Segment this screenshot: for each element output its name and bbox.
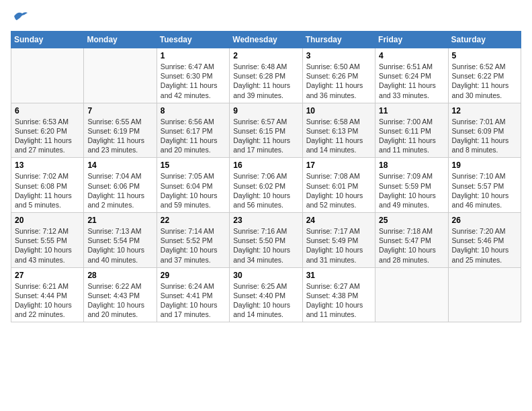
day-info: Sunrise: 6:48 AM Sunset: 6:28 PM Dayligh… — [233, 62, 298, 100]
calendar-cell — [375, 267, 448, 322]
day-info: Sunrise: 7:12 AM Sunset: 5:55 PM Dayligh… — [15, 226, 80, 265]
calendar-cell: 15Sunrise: 7:05 AM Sunset: 6:04 PM Dayli… — [157, 158, 229, 213]
day-number: 3 — [306, 51, 371, 60]
day-info: Sunrise: 7:18 AM Sunset: 5:47 PM Dayligh… — [379, 226, 444, 265]
day-info: Sunrise: 6:47 AM Sunset: 6:30 PM Dayligh… — [161, 62, 226, 100]
day-info: Sunrise: 6:55 AM Sunset: 6:19 PM Dayligh… — [87, 117, 152, 155]
day-number: 1 — [161, 51, 226, 60]
day-number: 5 — [452, 51, 517, 60]
day-number: 17 — [306, 161, 371, 170]
page-header — [11, 11, 521, 24]
calendar-cell: 29Sunrise: 6:24 AM Sunset: 4:41 PM Dayli… — [157, 267, 229, 322]
calendar-cell: 5Sunrise: 6:52 AM Sunset: 6:22 PM Daylig… — [448, 48, 521, 103]
calendar-cell: 17Sunrise: 7:08 AM Sunset: 6:01 PM Dayli… — [302, 158, 375, 213]
calendar-cell: 1Sunrise: 6:47 AM Sunset: 6:30 PM Daylig… — [157, 48, 229, 103]
weekday-saturday: Saturday — [448, 32, 521, 48]
calendar-cell: 23Sunrise: 7:16 AM Sunset: 5:50 PM Dayli… — [230, 213, 302, 268]
calendar-cell: 24Sunrise: 7:17 AM Sunset: 5:49 PM Dayli… — [302, 213, 375, 268]
weekday-thursday: Thursday — [302, 32, 375, 48]
day-info: Sunrise: 6:21 AM Sunset: 4:44 PM Dayligh… — [15, 281, 80, 320]
day-number: 13 — [15, 161, 80, 170]
day-info: Sunrise: 6:52 AM Sunset: 6:22 PM Dayligh… — [452, 62, 517, 100]
day-info: Sunrise: 7:01 AM Sunset: 6:09 PM Dayligh… — [452, 117, 517, 155]
calendar-cell: 18Sunrise: 7:09 AM Sunset: 5:59 PM Dayli… — [375, 158, 448, 213]
day-info: Sunrise: 6:27 AM Sunset: 4:38 PM Dayligh… — [306, 281, 371, 320]
day-number: 22 — [161, 216, 226, 225]
day-info: Sunrise: 7:04 AM Sunset: 6:06 PM Dayligh… — [87, 171, 152, 210]
calendar-cell: 6Sunrise: 6:53 AM Sunset: 6:20 PM Daylig… — [11, 103, 84, 158]
day-number: 4 — [379, 51, 444, 60]
logo — [11, 11, 28, 24]
week-row-3: 13Sunrise: 7:02 AM Sunset: 6:08 PM Dayli… — [11, 158, 521, 213]
weekday-wednesday: Wednesday — [230, 32, 302, 48]
calendar-cell: 31Sunrise: 6:27 AM Sunset: 4:38 PM Dayli… — [302, 267, 375, 322]
calendar-cell: 8Sunrise: 6:56 AM Sunset: 6:17 PM Daylig… — [157, 103, 229, 158]
weekday-friday: Friday — [375, 32, 448, 48]
calendar-cell: 16Sunrise: 7:06 AM Sunset: 6:02 PM Dayli… — [230, 158, 302, 213]
calendar-cell: 7Sunrise: 6:55 AM Sunset: 6:19 PM Daylig… — [84, 103, 157, 158]
calendar-cell: 9Sunrise: 6:57 AM Sunset: 6:15 PM Daylig… — [230, 103, 302, 158]
calendar-cell: 13Sunrise: 7:02 AM Sunset: 6:08 PM Dayli… — [11, 158, 84, 213]
calendar-cell: 12Sunrise: 7:01 AM Sunset: 6:09 PM Dayli… — [448, 103, 521, 158]
day-info: Sunrise: 7:02 AM Sunset: 6:08 PM Dayligh… — [15, 171, 80, 210]
day-number: 30 — [233, 271, 298, 280]
day-info: Sunrise: 7:09 AM Sunset: 5:59 PM Dayligh… — [379, 171, 444, 210]
day-info: Sunrise: 7:20 AM Sunset: 5:46 PM Dayligh… — [452, 226, 517, 265]
day-info: Sunrise: 6:58 AM Sunset: 6:13 PM Dayligh… — [306, 117, 371, 155]
calendar-cell: 20Sunrise: 7:12 AM Sunset: 5:55 PM Dayli… — [11, 213, 84, 268]
calendar-cell: 26Sunrise: 7:20 AM Sunset: 5:46 PM Dayli… — [448, 213, 521, 268]
day-number: 23 — [233, 216, 298, 225]
day-info: Sunrise: 7:17 AM Sunset: 5:49 PM Dayligh… — [306, 226, 371, 265]
day-info: Sunrise: 6:25 AM Sunset: 4:40 PM Dayligh… — [233, 281, 298, 320]
week-row-1: 1Sunrise: 6:47 AM Sunset: 6:30 PM Daylig… — [11, 48, 521, 103]
day-info: Sunrise: 7:08 AM Sunset: 6:01 PM Dayligh… — [306, 171, 371, 210]
day-info: Sunrise: 6:53 AM Sunset: 6:20 PM Dayligh… — [15, 117, 80, 155]
day-number: 2 — [233, 51, 298, 60]
logo-bird-icon — [13, 11, 28, 24]
weekday-monday: Monday — [84, 32, 157, 48]
week-row-5: 27Sunrise: 6:21 AM Sunset: 4:44 PM Dayli… — [11, 267, 521, 322]
day-info: Sunrise: 7:16 AM Sunset: 5:50 PM Dayligh… — [233, 226, 298, 265]
day-number: 31 — [306, 271, 371, 280]
calendar-cell — [84, 48, 157, 103]
day-number: 15 — [161, 161, 226, 170]
calendar-cell: 4Sunrise: 6:51 AM Sunset: 6:24 PM Daylig… — [375, 48, 448, 103]
day-number: 16 — [233, 161, 298, 170]
calendar-cell — [11, 48, 84, 103]
day-info: Sunrise: 7:06 AM Sunset: 6:02 PM Dayligh… — [233, 171, 298, 210]
day-number: 7 — [87, 106, 152, 116]
day-info: Sunrise: 7:10 AM Sunset: 5:57 PM Dayligh… — [452, 171, 517, 210]
day-info: Sunrise: 6:50 AM Sunset: 6:26 PM Dayligh… — [306, 62, 371, 100]
day-number: 21 — [87, 216, 152, 225]
day-number: 11 — [379, 106, 444, 116]
weekday-tuesday: Tuesday — [157, 32, 229, 48]
calendar-cell: 10Sunrise: 6:58 AM Sunset: 6:13 PM Dayli… — [302, 103, 375, 158]
day-info: Sunrise: 7:14 AM Sunset: 5:52 PM Dayligh… — [161, 226, 226, 265]
day-number: 25 — [379, 216, 444, 225]
day-number: 12 — [452, 106, 517, 116]
day-number: 20 — [15, 216, 80, 225]
day-number: 6 — [15, 106, 80, 116]
calendar-cell: 22Sunrise: 7:14 AM Sunset: 5:52 PM Dayli… — [157, 213, 229, 268]
day-number: 27 — [15, 271, 80, 280]
calendar-cell: 27Sunrise: 6:21 AM Sunset: 4:44 PM Dayli… — [11, 267, 84, 322]
calendar-cell: 11Sunrise: 7:00 AM Sunset: 6:11 PM Dayli… — [375, 103, 448, 158]
calendar-cell: 19Sunrise: 7:10 AM Sunset: 5:57 PM Dayli… — [448, 158, 521, 213]
day-number: 24 — [306, 216, 371, 225]
day-info: Sunrise: 7:00 AM Sunset: 6:11 PM Dayligh… — [379, 117, 444, 155]
day-info: Sunrise: 6:51 AM Sunset: 6:24 PM Dayligh… — [379, 62, 444, 100]
calendar-cell — [448, 267, 521, 322]
calendar-cell: 21Sunrise: 7:13 AM Sunset: 5:54 PM Dayli… — [84, 213, 157, 268]
weekday-sunday: Sunday — [11, 32, 84, 48]
calendar-cell: 28Sunrise: 6:22 AM Sunset: 4:43 PM Dayli… — [84, 267, 157, 322]
weekday-header-row: SundayMondayTuesdayWednesdayThursdayFrid… — [11, 32, 521, 48]
day-number: 14 — [87, 161, 152, 170]
day-number: 29 — [161, 271, 226, 280]
day-number: 26 — [452, 216, 517, 225]
calendar-cell: 25Sunrise: 7:18 AM Sunset: 5:47 PM Dayli… — [375, 213, 448, 268]
day-number: 9 — [233, 106, 298, 116]
calendar-cell: 2Sunrise: 6:48 AM Sunset: 6:28 PM Daylig… — [230, 48, 302, 103]
day-number: 18 — [379, 161, 444, 170]
day-info: Sunrise: 6:57 AM Sunset: 6:15 PM Dayligh… — [233, 117, 298, 155]
day-number: 8 — [161, 106, 226, 116]
